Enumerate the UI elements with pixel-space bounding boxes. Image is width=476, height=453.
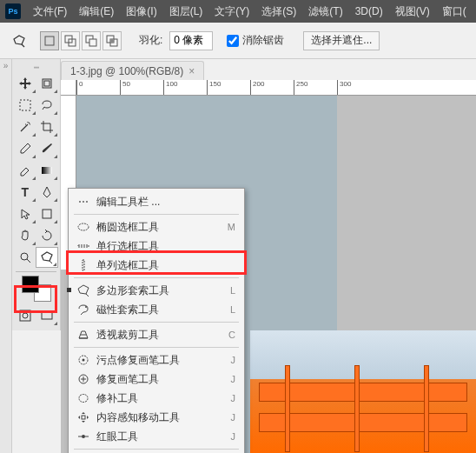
- close-icon[interactable]: ×: [188, 65, 195, 77]
- ctx-item-label: 透视裁剪工具: [96, 328, 221, 343]
- menu-window[interactable]: 窗口(: [442, 4, 466, 19]
- feather-input[interactable]: [169, 31, 213, 50]
- horizontal-ruler[interactable]: 0 50 100 150 200 250 300: [76, 80, 476, 96]
- ctx-item-mag[interactable]: 磁性套索工具L: [69, 300, 244, 319]
- foreground-color[interactable]: [22, 276, 39, 293]
- antialias-label: 消除锯齿: [242, 33, 284, 48]
- active-tool-indicator[interactable]: [9, 30, 30, 51]
- tool-brush[interactable]: [36, 138, 59, 159]
- separator: [74, 347, 239, 348]
- ctx-item-shortcut: J: [221, 374, 235, 384]
- screenmode-toggle[interactable]: [36, 305, 59, 326]
- separator: [74, 214, 239, 215]
- panel-collapse-strip[interactable]: »: [0, 59, 12, 453]
- eye-icon: [76, 430, 91, 443]
- tool-text[interactable]: T: [14, 182, 36, 203]
- tool-gradient[interactable]: [36, 160, 59, 181]
- ctx-item-spot[interactable]: 污点修复画笔工具J: [69, 350, 244, 370]
- ctx-item-label: 修复画笔工具: [96, 372, 221, 387]
- tool-marquee[interactable]: [14, 95, 36, 116]
- ctx-item-ellipse[interactable]: 椭圆选框工具M: [69, 217, 244, 236]
- tool-path-select[interactable]: [14, 203, 36, 224]
- svg-rect-9: [44, 81, 50, 86]
- heal-icon: [76, 372, 91, 386]
- options-bar: 羽化: 消除锯齿 选择并遮住...: [0, 23, 476, 59]
- separator: [74, 322, 239, 323]
- tool-lasso[interactable]: [36, 95, 59, 116]
- document-tab[interactable]: 1-3.jpg @ 100%(RGB/8) ×: [61, 61, 204, 80]
- ctx-item-shortcut: L: [221, 285, 235, 296]
- tool-crop[interactable]: [36, 117, 59, 137]
- svg-rect-7: [110, 39, 114, 43]
- color-swatch[interactable]: [22, 276, 51, 302]
- ctx-item-shortcut: J: [221, 431, 235, 442]
- move-icon: [76, 410, 91, 424]
- tool-shape[interactable]: [36, 203, 59, 224]
- tool-zoom[interactable]: [14, 247, 36, 268]
- col-icon: [76, 258, 91, 272]
- tool-artboard[interactable]: [36, 73, 59, 94]
- menu-3d[interactable]: 3D(D): [355, 5, 383, 17]
- svg-point-15: [23, 313, 28, 318]
- tool-eyedropper[interactable]: [14, 138, 36, 159]
- ctx-item-shortcut: M: [221, 222, 235, 232]
- ctx-item-col[interactable]: 单列选框工具: [69, 256, 244, 275]
- selection-new[interactable]: [40, 31, 59, 50]
- persp-icon: [76, 328, 91, 342]
- menu-view[interactable]: 视图(V): [395, 4, 430, 19]
- ctx-item-persp[interactable]: 透视裁剪工具C: [69, 325, 244, 344]
- tool-polygonal-lasso[interactable]: [36, 247, 58, 268]
- selection-add[interactable]: [61, 31, 80, 50]
- ctx-edit-toolbar[interactable]: ⋯ 编辑工具栏 ...: [69, 192, 244, 211]
- ctx-item-label: 污点修复画笔工具: [96, 353, 221, 368]
- ctx-item-label: 内容感知移动工具: [96, 410, 221, 425]
- svg-point-22: [83, 359, 85, 362]
- svg-rect-24: [82, 416, 85, 419]
- selection-mode-group: [40, 31, 122, 50]
- polygonal-lasso-icon: [12, 34, 26, 48]
- ctx-item-patch[interactable]: 修补工具J: [69, 389, 244, 408]
- menu-filter[interactable]: 滤镜(T): [308, 4, 342, 19]
- antialias-checkbox[interactable]: 消除锯齿: [227, 33, 284, 48]
- document-tabs: 1-3.jpg @ 100%(RGB/8) ×: [61, 59, 476, 80]
- tool-magic-wand[interactable]: [14, 117, 36, 137]
- tool-eraser[interactable]: [14, 160, 36, 181]
- menu-image[interactable]: 图像(I): [126, 4, 156, 19]
- document-tab-label: 1-3.jpg @ 100%(RGB/8): [70, 65, 183, 77]
- tool-hand[interactable]: [14, 225, 36, 246]
- separator: [74, 277, 239, 278]
- selection-intersect[interactable]: [102, 31, 122, 50]
- svg-rect-18: [78, 245, 89, 247]
- ctx-item-eye[interactable]: 红眼工具J: [69, 427, 244, 446]
- tool-pen[interactable]: [36, 182, 59, 203]
- tool-context-menu: ⋯ 编辑工具栏 ... 椭圆选框工具M单行选框工具单列选框工具多边形套索工具L磁…: [68, 188, 245, 453]
- menu-select[interactable]: 选择(S): [261, 4, 296, 19]
- tool-move[interactable]: [14, 73, 36, 94]
- tool-rotate-view[interactable]: [36, 225, 59, 246]
- quickmask-toggle[interactable]: [14, 305, 36, 326]
- app-logo: Ps: [5, 3, 21, 19]
- toolbox-handle[interactable]: ┅: [14, 63, 58, 73]
- active-dot-icon: [67, 288, 71, 292]
- svg-point-13: [21, 253, 28, 260]
- ctx-item-heal[interactable]: 修复画笔工具J: [69, 370, 244, 389]
- antialias-input[interactable]: [227, 35, 239, 47]
- feather-label: 羽化:: [139, 33, 162, 48]
- ctx-item-poly[interactable]: 多边形套索工具L: [69, 281, 244, 300]
- dots-icon: ⋯: [76, 195, 91, 209]
- separator: [74, 449, 239, 450]
- menu-text[interactable]: 文字(Y): [215, 4, 249, 19]
- menubar: Ps 文件(F) 编辑(E) 图像(I) 图层(L) 文字(Y) 选择(S) 滤…: [0, 0, 476, 23]
- menu-file[interactable]: 文件(F): [33, 4, 67, 19]
- spot-icon: [76, 353, 91, 367]
- ctx-item-shortcut: L: [221, 304, 235, 315]
- svg-rect-19: [83, 260, 84, 270]
- ctx-item-move[interactable]: 内容感知移动工具J: [69, 408, 244, 427]
- selection-subtract[interactable]: [82, 31, 101, 50]
- select-and-mask-button[interactable]: 选择并遮住...: [303, 31, 380, 50]
- ctx-item-shortcut: C: [221, 330, 235, 340]
- menu-edit[interactable]: 编辑(E): [79, 4, 114, 19]
- ctx-item-row[interactable]: 单行选框工具: [69, 236, 244, 256]
- ctx-item-label: 多边形套索工具: [96, 283, 221, 298]
- menu-layer[interactable]: 图层(L): [169, 4, 203, 19]
